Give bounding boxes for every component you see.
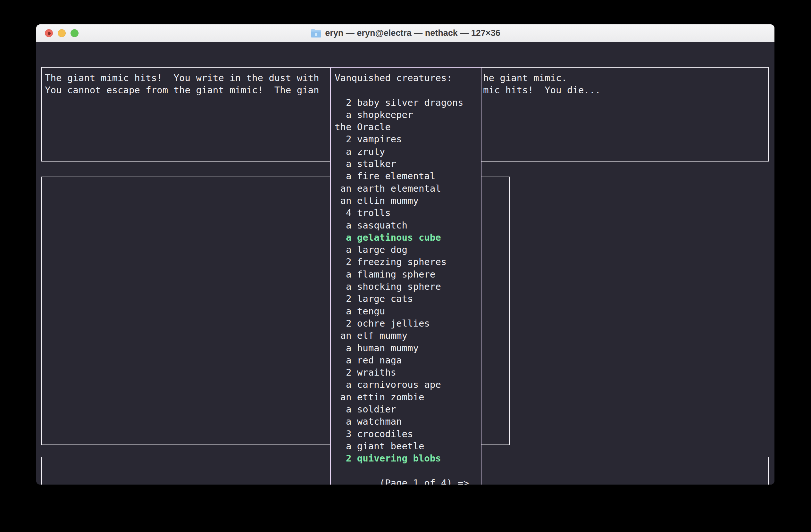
vanquished-row: a watchman [335,415,480,427]
message-line-1-cont: he giant mimic. [483,72,601,84]
vanquished-row-highlighted: 2 quivering blobs [335,452,480,464]
window-title-group: eryn — eryn@electra — nethack — 127×36 [310,28,500,38]
vanquished-row: 4 trolls [335,207,480,219]
vanquished-row: a shocking sphere [335,280,480,293]
terminal-window: eryn — eryn@electra — nethack — 127×36 T… [36,25,775,485]
message-line-1: The giant mimic hits! You write in the d… [45,72,319,84]
vanquished-row: a fire elemental [335,170,480,182]
vanquished-row: 3 crocodiles [335,428,480,440]
titlebar[interactable]: eryn — eryn@electra — nethack — 127×36 [36,25,775,42]
vanquished-row: 2 large cats [335,293,480,305]
vanquished-row: 2 ochre jellies [335,317,480,329]
vanquished-row: an elf mummy [335,329,480,342]
vanquished-row: a sasquatch [335,219,480,231]
vanquished-row: a soldier [335,403,480,415]
vanquished-row: a flaming sphere [335,268,480,280]
vanquished-row: a tengu [335,305,480,317]
window-controls [45,25,78,42]
vanquished-row: 2 freezing spheres [335,256,480,268]
vanquished-row: a shopkeeper [335,109,480,121]
home-folder-icon [310,29,322,38]
vanquished-row: a stalker [335,158,480,170]
vanquished-row: a carnivorous ape [335,378,480,391]
message-text-left: The giant mimic hits! You write in the d… [45,72,319,96]
vanquished-row: an ettin zombie [335,391,480,403]
panel-blank-row [335,465,480,477]
vanquished-creatures-panel: Vanquished creatures: 2 baby silver drag… [330,67,481,485]
vanquished-row: the Oracle [335,121,480,133]
vanquished-row: 2 vampires [335,133,480,145]
vanquished-row: a giant beetle [335,440,480,452]
vanquished-row: a zruty [335,145,480,158]
panel-title: Vanquished creatures: [335,72,480,84]
message-text-right: he giant mimic.mic hits! You die... [483,72,601,96]
vanquished-row-highlighted: a gelatinous cube [335,231,480,244]
vanquished-row: 2 baby silver dragons [335,96,480,109]
message-line-2-cont: mic hits! You die... [483,84,601,96]
message-line-2: You cannot escape from the giant mimic! … [45,84,319,96]
vanquished-row: a red naga [335,354,480,366]
vanquished-row: an ettin mummy [335,194,480,207]
minimize-button[interactable] [58,29,66,37]
terminal-screen[interactable]: The giant mimic hits! You write in the d… [36,42,775,485]
vanquished-row: a human mummy [335,342,480,354]
vanquished-row: a large dog [335,244,480,256]
panel-pager[interactable]: (Page 1 of 4) => [335,477,480,485]
vanquished-list: Vanquished creatures: 2 baby silver drag… [335,72,480,485]
zoom-button[interactable] [71,29,78,37]
panel-blank-row [335,84,480,96]
vanquished-row: an earth elemental [335,182,480,194]
window-title: eryn — eryn@electra — nethack — 127×36 [325,28,500,38]
vanquished-row: 2 wraiths [335,366,480,378]
close-button[interactable] [45,29,53,37]
